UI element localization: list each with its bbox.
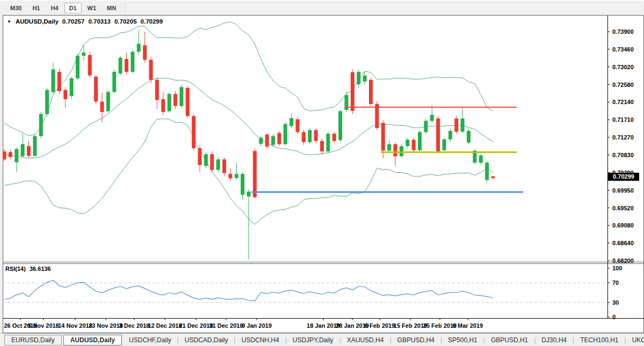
date-axis-label: 25 Feb 2019 xyxy=(423,322,457,329)
tab-dj30-h4[interactable]: DJ30,H4 xyxy=(536,335,572,345)
tab-usdcnh-h4[interactable]: USDCNH,H4 xyxy=(236,335,285,345)
candle-body xyxy=(461,119,465,132)
candle-body xyxy=(228,174,232,178)
candle-body xyxy=(387,144,391,151)
candle-body xyxy=(3,151,6,159)
candle-body xyxy=(345,95,349,110)
date-axis-label: 9 Jan 2019 xyxy=(242,322,272,329)
tab-gbpusd-h4[interactable]: GBPUSD,H4 xyxy=(392,335,440,345)
candle-body xyxy=(210,154,214,170)
timeframe-button-m30[interactable]: M30 xyxy=(5,3,26,13)
candle-body xyxy=(241,174,244,195)
candle-body xyxy=(33,136,37,156)
toolbar-separator xyxy=(125,3,126,13)
candle-body xyxy=(179,87,183,106)
price-axis-label: 0.73900 xyxy=(612,28,634,35)
timeframe-button-h1[interactable]: H1 xyxy=(27,3,45,13)
price-axis-label: 0.69080 xyxy=(612,222,634,229)
candle-body xyxy=(320,141,324,151)
candle-body xyxy=(454,119,458,132)
timeframe-toolbar: M30H1H4D1W1MN xyxy=(0,0,644,15)
candle-body xyxy=(332,134,336,141)
toolbar-empty-pane xyxy=(129,3,642,13)
ohlc-low: 0.70205 xyxy=(114,18,137,25)
rsi-axis-label: 70 xyxy=(612,279,619,286)
date-axis-label: 14 Nov 2018 xyxy=(58,322,92,329)
chart-menu-icon[interactable]: ▼ xyxy=(7,19,11,24)
candle-body xyxy=(106,92,110,111)
candle-body xyxy=(485,163,489,180)
candle-body xyxy=(369,80,373,104)
chart-canvas[interactable]: 0.739000.734600.730200.725800.721400.717… xyxy=(0,0,644,346)
candle-body xyxy=(357,72,360,84)
candle-body xyxy=(76,56,79,78)
tab-audusd-daily[interactable]: AUDUSD,Daily xyxy=(63,335,122,345)
date-axis-label: 6 Mar 2019 xyxy=(453,322,483,329)
price-axis-label: 0.69950 xyxy=(612,187,634,194)
candle-body xyxy=(479,156,483,163)
tab-ukoil[interactable]: UKOil, xyxy=(627,335,644,345)
candle-body xyxy=(259,138,263,144)
candle-body xyxy=(45,90,49,114)
candle-body xyxy=(70,78,74,96)
chart-background xyxy=(3,16,644,333)
tab-sp500-h1[interactable]: SP500,H1 xyxy=(443,335,483,345)
rsi-axis-label: 0 xyxy=(612,314,616,320)
ohlc-open: 0.70257 xyxy=(62,18,85,25)
candle-body xyxy=(112,72,116,92)
candle-body xyxy=(290,118,293,126)
candle-body xyxy=(149,60,153,79)
candle-body xyxy=(94,77,98,101)
tab-xauusd-h4[interactable]: XAUUSD,H4 xyxy=(342,335,389,345)
price-axis-label: 0.72580 xyxy=(612,82,634,88)
candle-body xyxy=(400,146,403,156)
candle-body xyxy=(192,116,196,148)
candle-body xyxy=(308,130,312,142)
candle-body xyxy=(39,114,43,136)
tab-gbpusd-h1[interactable]: GBPUSD,H1 xyxy=(486,335,533,345)
date-axis-label: 12 Dec 2018 xyxy=(148,322,182,329)
candle-body xyxy=(351,72,354,111)
candle-body xyxy=(406,140,409,146)
current-price-tag: 0.70299 xyxy=(608,173,639,181)
candle-body xyxy=(186,88,190,116)
tab-eurusd-daily[interactable]: EURUSD,Daily xyxy=(4,335,62,345)
timeframe-button-h4[interactable]: H4 xyxy=(46,3,63,13)
candle-body xyxy=(271,136,275,145)
candle-body xyxy=(143,45,147,60)
candle-body xyxy=(394,144,397,156)
candle-body xyxy=(9,152,12,157)
candle-body xyxy=(253,151,257,197)
candle-body xyxy=(137,43,141,51)
date-axis-label: 21 Dec 2018 xyxy=(179,322,213,329)
tab-usdchf-daily[interactable]: USDCHF,Daily xyxy=(124,335,177,345)
price-axis-label: 0.68640 xyxy=(612,240,634,246)
price-axis-label: 0.72140 xyxy=(612,99,634,105)
candle-body xyxy=(204,154,208,166)
price-axis-label: 0.70830 xyxy=(612,152,634,158)
price-axis-label: 0.73460 xyxy=(612,46,634,53)
tab-tech100-h1[interactable]: TECH100,H1 xyxy=(575,335,624,345)
candle-body xyxy=(63,90,67,99)
candle-body xyxy=(155,80,159,100)
candle-body xyxy=(302,132,306,142)
timeframe-button-w1[interactable]: W1 xyxy=(83,3,102,13)
candle-body xyxy=(21,144,25,156)
date-axis-label: 3 Dec 2018 xyxy=(119,322,150,329)
candle-body xyxy=(265,135,269,146)
candle-body xyxy=(161,99,165,112)
timeframe-button-d1[interactable]: D1 xyxy=(64,3,82,13)
ohlc-high: 0.70313 xyxy=(88,18,111,25)
candle-body xyxy=(235,174,238,178)
rsi-name: RSI(14) xyxy=(5,266,26,272)
tab-usdjpy-daily[interactable]: USDJPY,Daily xyxy=(287,335,339,345)
candle-body xyxy=(82,53,85,56)
timeframe-button-mn[interactable]: MN xyxy=(102,3,121,13)
chart-title: ▼ AUDUSD,Daily 0.70257 0.70313 0.70205 0… xyxy=(7,18,167,25)
candle-body xyxy=(125,59,128,72)
tab-usdcad-daily[interactable]: USDCAD,Daily xyxy=(179,335,234,345)
candle-body xyxy=(314,130,318,141)
candle-body xyxy=(381,123,385,151)
candle-body xyxy=(15,149,18,163)
price-axis-label: 0.69520 xyxy=(612,205,634,211)
